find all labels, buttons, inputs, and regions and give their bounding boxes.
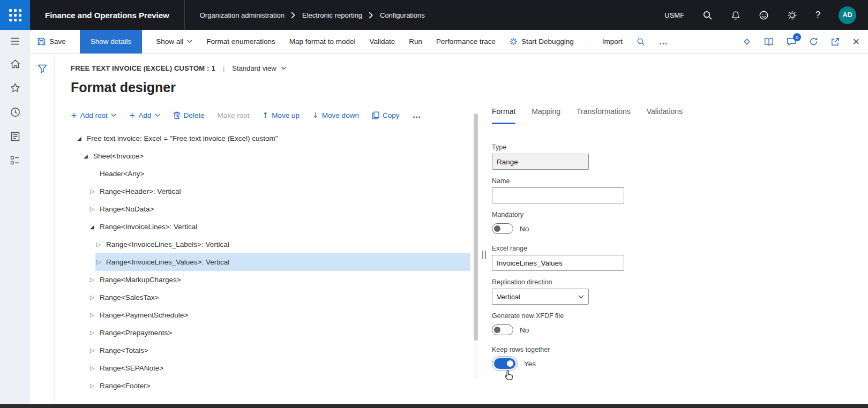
open-in-new-window-icon[interactable] [831, 37, 840, 46]
feedback-smiley-icon[interactable] [759, 10, 769, 20]
tree-item[interactable]: ▷Range<SalesTax> [89, 289, 470, 306]
breadcrumb-item[interactable]: Organization administration [200, 11, 285, 19]
favorites-star-icon[interactable] [10, 83, 20, 93]
cmd-format-enumerations-button[interactable]: Format enumerations [206, 37, 275, 46]
tree-item[interactable]: ▷Range<Totals> [89, 342, 470, 359]
app-launcher-waffle-icon[interactable] [0, 0, 30, 30]
delete-button[interactable]: Delete [173, 111, 205, 119]
refresh-icon[interactable] [809, 37, 818, 46]
chevron-collapsed-icon[interactable]: ▷ [89, 276, 100, 283]
plus-icon: + [129, 111, 136, 119]
keep-rows-label: Keep rows together [492, 346, 631, 353]
tree-item[interactable]: ◢Sheet<Invoice> [83, 147, 470, 165]
tree-item[interactable]: ▷Range<PaymentSchedule> [89, 306, 470, 324]
search-icon[interactable] [702, 10, 713, 20]
keep-rows-toggle[interactable] [494, 358, 515, 369]
chevron-expanded-icon[interactable]: ◢ [89, 224, 100, 230]
modules-hierarchy-icon[interactable] [10, 156, 20, 165]
nav-hamburger-icon[interactable] [10, 37, 20, 45]
company-selector[interactable]: USMF [664, 11, 684, 19]
cmd-validate-button[interactable]: Validate [369, 37, 395, 46]
make-root-button[interactable]: Make root [218, 111, 250, 119]
move-down-label: Move down [322, 111, 359, 119]
move-down-button[interactable]: ↓ Move down [312, 111, 359, 119]
filter-funnel-icon[interactable] [38, 64, 47, 408]
tree-item[interactable]: ▷Range<SEPANote> [89, 359, 470, 377]
tree-item-label: Range<NoData> [100, 205, 154, 213]
breadcrumb-item[interactable]: Configurations [380, 11, 425, 19]
chevron-collapsed-icon[interactable]: ▷ [89, 329, 100, 336]
tree-scrollbar-thumb[interactable] [474, 114, 478, 341]
command-overflow-button[interactable]: … [659, 37, 668, 47]
tree-item[interactable]: ▷Range<Header>: Vertical [89, 183, 470, 200]
chevron-collapsed-icon[interactable]: ▷ [89, 206, 100, 213]
close-icon[interactable]: × [852, 36, 859, 48]
chevron-collapsed-icon[interactable]: ▷ [95, 241, 106, 248]
notifications-bell-icon[interactable] [731, 10, 740, 20]
chevron-collapsed-icon[interactable]: ▷ [89, 347, 100, 354]
breadcrumb-chevron-icon [369, 12, 373, 19]
toolbar-overflow-button[interactable]: … [412, 110, 421, 120]
mandatory-toggle[interactable] [492, 223, 513, 234]
tree-item[interactable]: ◢Range<InvoiceLines>: Vertical [89, 218, 470, 236]
cmd-performance-trace-button[interactable]: Performance trace [436, 37, 496, 46]
type-input[interactable] [492, 154, 589, 170]
copy-button[interactable]: Copy [372, 111, 400, 119]
tab-transformations[interactable]: Transformations [577, 107, 631, 124]
add-button[interactable]: + Add [129, 111, 160, 119]
tree-item[interactable]: ▷Range<Footer> [89, 377, 470, 395]
command-bar-divider [588, 36, 588, 48]
tab-validations[interactable]: Validations [647, 107, 683, 124]
tab-mapping[interactable]: Mapping [532, 107, 560, 124]
name-input[interactable] [492, 187, 624, 203]
app-shell: Save Show details Show all Format enumer… [0, 30, 868, 408]
move-up-button[interactable]: ↑ Move up [263, 111, 300, 119]
chevron-collapsed-icon[interactable]: ▷ [95, 259, 106, 266]
tree-item[interactable]: ▷Range<InvoiceLines_Labels>: Vertical [95, 236, 470, 253]
chevron-collapsed-icon[interactable]: ▷ [89, 294, 100, 301]
messages-bubble-icon[interactable]: 0 [787, 37, 796, 46]
excel-range-field-group: Excel range [492, 245, 631, 271]
pane-splitter[interactable] [479, 107, 489, 395]
help-icon[interactable]: ? [815, 10, 820, 20]
command-search-icon[interactable] [637, 37, 645, 46]
generate-xfdf-toggle[interactable] [492, 324, 513, 335]
excel-range-input[interactable] [492, 255, 624, 271]
settings-gear-icon[interactable] [787, 10, 797, 20]
tab-format[interactable]: Format [492, 107, 515, 124]
chevron-expanded-icon[interactable]: ◢ [76, 135, 87, 141]
tree-item[interactable]: ▷Range<Prepayments> [89, 324, 470, 342]
show-all-button[interactable]: Show all [156, 37, 192, 46]
import-button[interactable]: Import [602, 37, 623, 46]
type-label: Type [492, 143, 631, 151]
chevron-collapsed-icon[interactable]: ▷ [89, 188, 100, 195]
save-button[interactable]: Save [38, 37, 66, 46]
add-root-button[interactable]: + Add root [71, 111, 116, 119]
home-icon[interactable] [10, 59, 20, 69]
breadcrumb-item[interactable]: Electronic reporting [302, 11, 362, 19]
tree-item[interactable]: ◢Free text invoice: Excel = "Free text i… [76, 130, 470, 147]
tree-item[interactable]: Header<Any> [89, 165, 470, 183]
cmd-run-button[interactable]: Run [409, 37, 422, 46]
task-guide-book-icon[interactable] [764, 37, 774, 46]
worksheet-document-icon[interactable] [11, 132, 20, 141]
cmd-map-format-to-model-button[interactable]: Map format to model [289, 37, 356, 46]
chevron-collapsed-icon[interactable]: ▷ [89, 365, 100, 372]
tree-item[interactable]: ▷Range<MarkupCharges> [89, 271, 470, 289]
chevron-collapsed-icon[interactable]: ▷ [89, 382, 100, 389]
tree-item[interactable]: ▷Range<NoData> [89, 200, 470, 218]
chevron-collapsed-icon[interactable]: ▷ [89, 312, 100, 319]
record-header: FREE TEXT INVOICE (EXCEL) CUSTOM : 1 | S… [71, 64, 868, 72]
personalize-icon[interactable] [743, 37, 751, 46]
recent-clock-icon[interactable] [10, 107, 20, 117]
breadcrumb: Organization administrationElectronic re… [200, 11, 425, 19]
show-details-button[interactable]: Show details [80, 30, 143, 54]
replication-direction-select[interactable]: Vertical [492, 289, 589, 305]
user-avatar[interactable]: AD [839, 6, 856, 24]
splitter-grip-icon [482, 251, 486, 259]
view-selector[interactable]: Standard view [232, 64, 286, 72]
tree-item[interactable]: ▷Range<InvoiceLines_Values>: Vertical [95, 253, 470, 271]
messages-count-badge: 0 [793, 33, 801, 41]
start-debugging-button[interactable]: Start Debugging [510, 37, 574, 46]
chevron-expanded-icon[interactable]: ◢ [83, 153, 93, 159]
